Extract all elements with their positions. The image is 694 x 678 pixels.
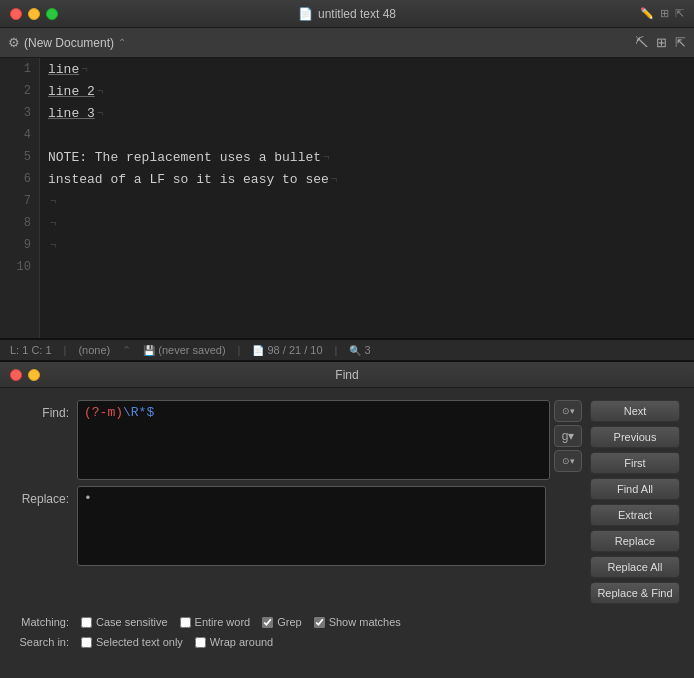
find-panel-controls bbox=[10, 369, 40, 381]
editor-line-3: line 3¬ bbox=[48, 102, 686, 124]
file-stats: 📄 98 / 21 / 10 bbox=[252, 344, 322, 356]
editor-line-5: NOTE: The replacement uses a bullet¬ bbox=[48, 146, 686, 168]
find-option-btn-2[interactable]: g▾ bbox=[554, 425, 582, 447]
editor-line-7: ¬ bbox=[48, 190, 686, 212]
editor-line-2: line 2¬ bbox=[48, 80, 686, 102]
toolbar-right: ⛏ ⊞ ⇱ bbox=[635, 35, 686, 50]
syntax-mode: (none) bbox=[78, 344, 110, 356]
search-in-row: Search in: Selected text only Wrap aroun… bbox=[14, 636, 680, 648]
wrap-around-checkbox[interactable] bbox=[195, 637, 206, 648]
wrap-around-label: Wrap around bbox=[210, 636, 273, 648]
editor-content[interactable]: line¬ line 2¬ line 3¬ NOTE: The replacem… bbox=[40, 58, 694, 338]
tools-icon[interactable]: ⛏ bbox=[635, 35, 648, 50]
find-panel-titlebar: Find bbox=[0, 362, 694, 388]
find-option-buttons: ⊙▾ g▾ ⊙▾ bbox=[554, 400, 582, 472]
find-close-button[interactable] bbox=[10, 369, 22, 381]
find-panel: Find Find: (?-m)\R*$ ⊙▾ g▾ ⊙▾ bbox=[0, 362, 694, 678]
find-panel-title: Find bbox=[335, 368, 358, 382]
document-name: (New Document) bbox=[24, 36, 114, 50]
find-option-btn-1[interactable]: ⊙▾ bbox=[554, 400, 582, 422]
title-bar-icons: ✏️ ⊞ ⇱ bbox=[640, 7, 684, 20]
chevron-icon: ⌃ bbox=[118, 37, 126, 48]
entire-word-checkbox[interactable] bbox=[180, 617, 191, 628]
traffic-lights bbox=[10, 8, 58, 20]
find-row: Find: (?-m)\R*$ ⊙▾ g▾ ⊙▾ bbox=[14, 400, 582, 480]
case-sensitive-checkbox[interactable] bbox=[81, 617, 92, 628]
line-num-5: 5 bbox=[0, 146, 39, 168]
find-input[interactable]: (?-m)\R*$ bbox=[77, 400, 550, 480]
line-num-10: 10 bbox=[0, 256, 39, 278]
toolbar: ⚙ (New Document) ⌃ ⛏ ⊞ ⇱ bbox=[0, 28, 694, 58]
replace-label: Replace: bbox=[14, 486, 69, 506]
maximize-button[interactable] bbox=[46, 8, 58, 20]
line-num-3: 3 bbox=[0, 102, 39, 124]
selected-text-checkbox[interactable] bbox=[81, 637, 92, 648]
extract-button[interactable]: Extract bbox=[590, 504, 680, 526]
entire-word-group: Entire word bbox=[180, 616, 251, 628]
editor-line-6: instead of a LF so it is easy to see¬ bbox=[48, 168, 686, 190]
show-matches-group: Show matches bbox=[314, 616, 401, 628]
find-text-blue: \R*$ bbox=[123, 405, 154, 420]
minimize-button[interactable] bbox=[28, 8, 40, 20]
matching-label: Matching: bbox=[14, 616, 69, 628]
replace-input[interactable]: • bbox=[77, 486, 546, 566]
document-icon: 📄 bbox=[298, 7, 313, 21]
line-num-9: 9 bbox=[0, 234, 39, 256]
line-num-8: 8 bbox=[0, 212, 39, 234]
view-icon[interactable]: ⊞ bbox=[656, 35, 667, 50]
first-button[interactable]: First bbox=[590, 452, 680, 474]
replace-button[interactable]: Replace bbox=[590, 530, 680, 552]
save-icon: 💾 bbox=[143, 345, 155, 356]
expand-icon[interactable]: ⇱ bbox=[675, 35, 686, 50]
line-num-7: 7 bbox=[0, 190, 39, 212]
selected-text-label: Selected text only bbox=[96, 636, 183, 648]
status-bar: L: 1 C: 1 | (none) ⌃ 💾 (never saved) | 📄… bbox=[0, 340, 694, 362]
show-matches-checkbox[interactable] bbox=[314, 617, 325, 628]
case-sensitive-group: Case sensitive bbox=[81, 616, 168, 628]
find-main-area: Find: (?-m)\R*$ ⊙▾ g▾ ⊙▾ Replace bbox=[14, 400, 680, 604]
matching-row: Matching: Case sensitive Entire word Gre… bbox=[14, 612, 680, 628]
pencil-icon[interactable]: ✏️ bbox=[640, 7, 654, 20]
line-num-6: 6 bbox=[0, 168, 39, 190]
editor-line-1: line¬ bbox=[48, 58, 686, 80]
grep-checkbox[interactable] bbox=[262, 617, 273, 628]
find-text-red: (?-m) bbox=[84, 405, 123, 420]
next-button[interactable]: Next bbox=[590, 400, 680, 422]
entire-word-label: Entire word bbox=[195, 616, 251, 628]
toolbar-left: ⚙ (New Document) ⌃ bbox=[8, 35, 631, 50]
line-numbers: 1 2 3 4 5 6 7 8 9 10 bbox=[0, 58, 40, 338]
grep-group: Grep bbox=[262, 616, 301, 628]
show-matches-label: Show matches bbox=[329, 616, 401, 628]
line-num-1: 1 bbox=[0, 58, 39, 80]
action-buttons: Next Previous First Find All Extract Rep… bbox=[590, 400, 680, 604]
find-option-btn-3[interactable]: ⊙▾ bbox=[554, 450, 582, 472]
grep-label: Grep bbox=[277, 616, 301, 628]
editor-line-10 bbox=[48, 256, 686, 278]
replace-find-button[interactable]: Replace & Find bbox=[590, 582, 680, 604]
arrow-icon[interactable]: ⇱ bbox=[675, 7, 684, 20]
cursor-position: L: 1 C: 1 bbox=[10, 344, 52, 356]
replace-all-button[interactable]: Replace All bbox=[590, 556, 680, 578]
selected-text-group: Selected text only bbox=[81, 636, 183, 648]
gear-icon[interactable]: ⚙ bbox=[8, 35, 20, 50]
previous-button[interactable]: Previous bbox=[590, 426, 680, 448]
close-button[interactable] bbox=[10, 8, 22, 20]
editor-line-8: ¬ bbox=[48, 212, 686, 234]
editor[interactable]: 1 2 3 4 5 6 7 8 9 10 line¬ line 2¬ line … bbox=[0, 58, 694, 340]
search-in-label: Search in: bbox=[14, 636, 69, 648]
window-title: 📄 untitled text 48 bbox=[298, 7, 396, 21]
editor-line-9: ¬ bbox=[48, 234, 686, 256]
grid-icon[interactable]: ⊞ bbox=[660, 7, 669, 20]
wrap-around-group: Wrap around bbox=[195, 636, 273, 648]
editor-line-4 bbox=[48, 124, 686, 146]
line-num-2: 2 bbox=[0, 80, 39, 102]
replace-row: Replace: • bbox=[14, 486, 582, 566]
zoom-level: 🔍 3 bbox=[349, 344, 370, 356]
save-status: 💾 (never saved) bbox=[143, 344, 225, 356]
case-sensitive-label: Case sensitive bbox=[96, 616, 168, 628]
find-all-button[interactable]: Find All bbox=[590, 478, 680, 500]
line-num-4: 4 bbox=[0, 124, 39, 146]
replace-value: • bbox=[84, 491, 92, 506]
find-minimize-button[interactable] bbox=[28, 369, 40, 381]
find-label: Find: bbox=[14, 400, 69, 420]
